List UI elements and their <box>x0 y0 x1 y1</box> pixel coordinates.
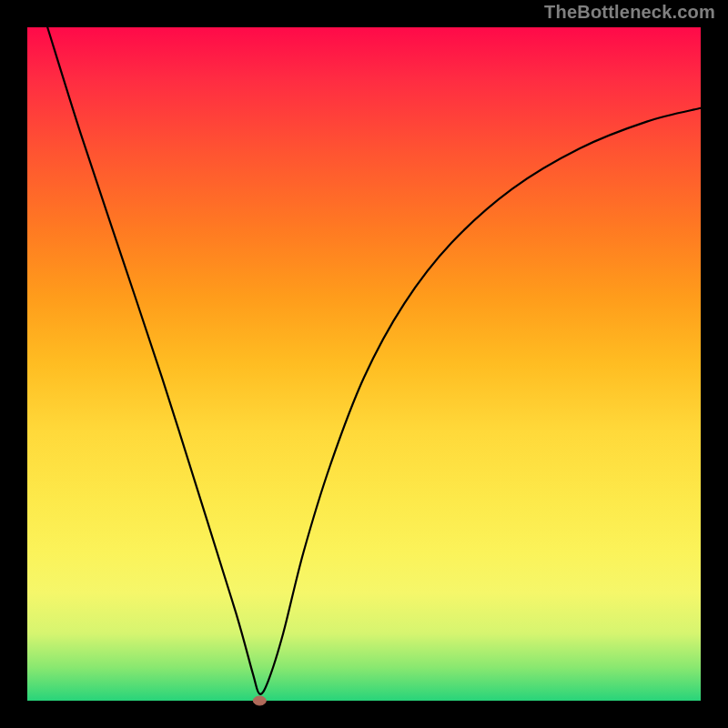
watermark-text: TheBottleneck.com <box>544 2 715 23</box>
plot-area <box>27 27 701 701</box>
curve-svg <box>27 27 701 701</box>
minimum-marker <box>253 696 266 705</box>
chart-container: TheBottleneck.com <box>0 0 728 728</box>
bottleneck-curve <box>47 27 701 694</box>
